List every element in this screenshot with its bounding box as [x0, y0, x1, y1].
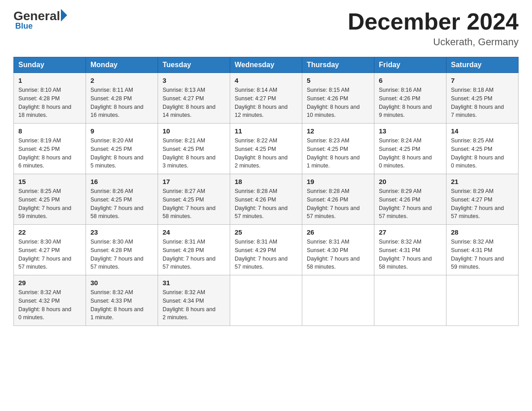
day-number: 16	[90, 178, 153, 185]
day-number: 31	[163, 279, 225, 287]
day-info: Sunrise: 8:31 AM Sunset: 4:29 PM Dayligh…	[235, 238, 297, 271]
calendar-cell: 11 Sunrise: 8:22 AM Sunset: 4:25 PM Dayl…	[230, 124, 302, 174]
calendar-cell: 19 Sunrise: 8:28 AM Sunset: 4:26 PM Dayl…	[302, 174, 374, 225]
day-info: Sunrise: 8:32 AM Sunset: 4:31 PM Dayligh…	[379, 238, 442, 271]
day-number: 28	[451, 228, 514, 236]
day-info: Sunrise: 8:30 AM Sunset: 4:27 PM Dayligh…	[18, 238, 81, 271]
calendar-cell: 30 Sunrise: 8:32 AM Sunset: 4:33 PM Dayl…	[86, 275, 158, 326]
day-info: Sunrise: 8:32 AM Sunset: 4:32 PM Dayligh…	[18, 288, 81, 322]
day-info: Sunrise: 8:26 AM Sunset: 4:25 PM Dayligh…	[90, 187, 153, 221]
weekday-header-friday: Friday	[374, 57, 446, 73]
calendar-cell: 24 Sunrise: 8:31 AM Sunset: 4:28 PM Dayl…	[158, 225, 230, 275]
month-title: December 2024	[348, 9, 519, 34]
day-number: 11	[235, 127, 297, 135]
day-info: Sunrise: 8:25 AM Sunset: 4:25 PM Dayligh…	[451, 137, 514, 170]
day-info: Sunrise: 8:20 AM Sunset: 4:25 PM Dayligh…	[90, 137, 153, 170]
day-info: Sunrise: 8:32 AM Sunset: 4:33 PM Dayligh…	[90, 288, 153, 322]
day-info: Sunrise: 8:28 AM Sunset: 4:26 PM Dayligh…	[235, 187, 297, 221]
day-number: 14	[451, 127, 514, 135]
day-info: Sunrise: 8:30 AM Sunset: 4:28 PM Dayligh…	[90, 238, 153, 271]
calendar-cell: 25 Sunrise: 8:31 AM Sunset: 4:29 PM Dayl…	[230, 225, 302, 275]
day-number: 19	[307, 178, 369, 185]
day-number: 4	[235, 77, 297, 84]
calendar-week-3: 15 Sunrise: 8:25 AM Sunset: 4:25 PM Dayl…	[14, 174, 519, 225]
calendar-cell	[374, 275, 446, 326]
calendar-cell: 6 Sunrise: 8:16 AM Sunset: 4:26 PM Dayli…	[374, 73, 446, 124]
day-number: 20	[379, 178, 442, 185]
day-number: 23	[90, 228, 153, 236]
day-info: Sunrise: 8:21 AM Sunset: 4:25 PM Dayligh…	[163, 137, 225, 170]
day-number: 10	[163, 127, 225, 135]
day-info: Sunrise: 8:31 AM Sunset: 4:30 PM Dayligh…	[307, 238, 369, 271]
day-number: 6	[379, 77, 442, 84]
day-number: 17	[163, 178, 225, 185]
calendar-week-5: 29 Sunrise: 8:32 AM Sunset: 4:32 PM Dayl…	[14, 275, 519, 326]
calendar-cell: 16 Sunrise: 8:26 AM Sunset: 4:25 PM Dayl…	[86, 174, 158, 225]
calendar-cell	[446, 275, 519, 326]
calendar-week-1: 1 Sunrise: 8:10 AM Sunset: 4:28 PM Dayli…	[14, 73, 519, 124]
logo-triangle-icon	[61, 9, 67, 21]
calendar-cell	[302, 275, 374, 326]
weekday-header-row: SundayMondayTuesdayWednesdayThursdayFrid…	[14, 57, 519, 73]
day-info: Sunrise: 8:27 AM Sunset: 4:25 PM Dayligh…	[163, 187, 225, 221]
calendar-cell: 22 Sunrise: 8:30 AM Sunset: 4:27 PM Dayl…	[14, 225, 86, 275]
calendar-cell: 7 Sunrise: 8:18 AM Sunset: 4:25 PM Dayli…	[446, 73, 519, 124]
day-number: 15	[18, 178, 81, 185]
calendar-cell: 23 Sunrise: 8:30 AM Sunset: 4:28 PM Dayl…	[86, 225, 158, 275]
calendar-cell: 13 Sunrise: 8:24 AM Sunset: 4:25 PM Dayl…	[374, 124, 446, 174]
day-info: Sunrise: 8:14 AM Sunset: 4:27 PM Dayligh…	[235, 86, 297, 120]
calendar-cell: 28 Sunrise: 8:32 AM Sunset: 4:31 PM Dayl…	[446, 225, 519, 275]
day-info: Sunrise: 8:13 AM Sunset: 4:27 PM Dayligh…	[163, 86, 225, 120]
day-info: Sunrise: 8:22 AM Sunset: 4:25 PM Dayligh…	[235, 137, 297, 170]
day-info: Sunrise: 8:19 AM Sunset: 4:25 PM Dayligh…	[18, 137, 81, 170]
calendar-cell: 17 Sunrise: 8:27 AM Sunset: 4:25 PM Dayl…	[158, 174, 230, 225]
weekday-header-sunday: Sunday	[14, 57, 86, 73]
day-info: Sunrise: 8:31 AM Sunset: 4:28 PM Dayligh…	[163, 238, 225, 271]
title-block: December 2024 Uckerath, Germany	[348, 9, 519, 48]
day-info: Sunrise: 8:16 AM Sunset: 4:26 PM Dayligh…	[379, 86, 442, 120]
calendar-cell: 29 Sunrise: 8:32 AM Sunset: 4:32 PM Dayl…	[14, 275, 86, 326]
day-number: 29	[18, 279, 81, 287]
day-info: Sunrise: 8:15 AM Sunset: 4:26 PM Dayligh…	[307, 86, 369, 120]
calendar-cell: 15 Sunrise: 8:25 AM Sunset: 4:25 PM Dayl…	[14, 174, 86, 225]
day-info: Sunrise: 8:18 AM Sunset: 4:25 PM Dayligh…	[451, 86, 514, 120]
day-number: 22	[18, 228, 81, 236]
day-number: 9	[90, 127, 153, 135]
day-number: 18	[235, 178, 297, 185]
day-number: 5	[307, 77, 369, 84]
calendar-cell: 12 Sunrise: 8:23 AM Sunset: 4:25 PM Dayl…	[302, 124, 374, 174]
weekday-header-saturday: Saturday	[446, 57, 519, 73]
day-number: 12	[307, 127, 369, 135]
calendar-cell: 1 Sunrise: 8:10 AM Sunset: 4:28 PM Dayli…	[14, 73, 86, 124]
calendar-cell: 27 Sunrise: 8:32 AM Sunset: 4:31 PM Dayl…	[374, 225, 446, 275]
calendar-cell: 4 Sunrise: 8:14 AM Sunset: 4:27 PM Dayli…	[230, 73, 302, 124]
day-number: 26	[307, 228, 369, 236]
calendar-cell: 18 Sunrise: 8:28 AM Sunset: 4:26 PM Dayl…	[230, 174, 302, 225]
day-number: 1	[18, 77, 81, 84]
calendar-cell	[230, 275, 302, 326]
logo-blue-text: Blue	[15, 21, 33, 31]
calendar-table: SundayMondayTuesdayWednesdayThursdayFrid…	[13, 57, 519, 326]
calendar-cell: 8 Sunrise: 8:19 AM Sunset: 4:25 PM Dayli…	[14, 124, 86, 174]
day-info: Sunrise: 8:29 AM Sunset: 4:26 PM Dayligh…	[379, 187, 442, 221]
weekday-header-tuesday: Tuesday	[158, 57, 230, 73]
day-info: Sunrise: 8:24 AM Sunset: 4:25 PM Dayligh…	[379, 137, 442, 170]
weekday-header-monday: Monday	[86, 57, 158, 73]
location-label: Uckerath, Germany	[348, 36, 519, 48]
logo: General Blue	[13, 9, 67, 31]
calendar-week-4: 22 Sunrise: 8:30 AM Sunset: 4:27 PM Dayl…	[14, 225, 519, 275]
calendar-cell: 3 Sunrise: 8:13 AM Sunset: 4:27 PM Dayli…	[158, 73, 230, 124]
calendar-cell: 14 Sunrise: 8:25 AM Sunset: 4:25 PM Dayl…	[446, 124, 519, 174]
calendar-cell: 21 Sunrise: 8:29 AM Sunset: 4:27 PM Dayl…	[446, 174, 519, 225]
calendar-cell: 9 Sunrise: 8:20 AM Sunset: 4:25 PM Dayli…	[86, 124, 158, 174]
day-number: 27	[379, 228, 442, 236]
day-number: 7	[451, 77, 514, 84]
day-number: 13	[379, 127, 442, 135]
day-info: Sunrise: 8:32 AM Sunset: 4:31 PM Dayligh…	[451, 238, 514, 271]
day-info: Sunrise: 8:10 AM Sunset: 4:28 PM Dayligh…	[18, 86, 81, 120]
page-header: General Blue December 2024 Uckerath, Ger…	[13, 9, 519, 48]
day-info: Sunrise: 8:25 AM Sunset: 4:25 PM Dayligh…	[18, 187, 81, 221]
day-number: 24	[163, 228, 225, 236]
day-number: 30	[90, 279, 153, 287]
calendar-week-2: 8 Sunrise: 8:19 AM Sunset: 4:25 PM Dayli…	[14, 124, 519, 174]
